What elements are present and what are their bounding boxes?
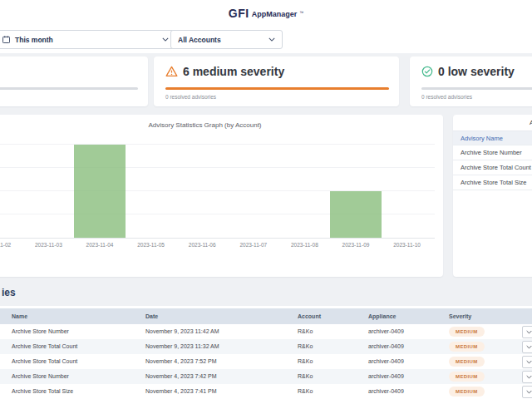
severity-badge: MEDIUM xyxy=(449,357,485,367)
cell-appliance: archiver-0409 xyxy=(368,324,404,339)
cell-date: November 9, 2023 11:42 AM xyxy=(145,324,219,339)
column-header-date[interactable]: Date xyxy=(145,308,158,324)
chart-plot xyxy=(0,145,435,239)
x-axis-label: 2023-11-03 xyxy=(23,242,73,248)
advisory-statistics-chart-card: Advisory Statistics Graph (by Account) 2… xyxy=(0,115,443,277)
resolved-advisories-text: 0 resolved advisories xyxy=(421,94,472,100)
cell-appliance: archiver-0409 xyxy=(368,354,404,369)
filter-bar: This month All Accounts xyxy=(0,26,532,53)
x-axis-label: 2023-11-04 xyxy=(75,242,125,248)
low-severity-count: 0 low severity xyxy=(438,65,515,78)
account-dropdown[interactable]: All Accounts xyxy=(170,30,283,49)
x-axis-label: 2023-11-09 xyxy=(331,242,381,248)
advisory-name-panel: A Advisory Name Archive Store NumberArch… xyxy=(453,115,532,277)
row-expand-button[interactable] xyxy=(522,371,532,383)
table-row[interactable]: Archive Store NumberNovember 4, 2023 7:4… xyxy=(0,369,532,385)
medium-severity-count: 6 medium severity xyxy=(183,65,284,78)
severity-card-clipped xyxy=(0,57,148,106)
x-axis-label: 2023-11-07 xyxy=(229,242,278,248)
advisories-table: Name Date Account Appliance Severity Arc… xyxy=(0,306,532,399)
table-row[interactable]: Archive Store Total CountNovember 9, 202… xyxy=(0,339,532,355)
chevron-down-icon xyxy=(268,37,275,42)
column-header-severity[interactable]: Severity xyxy=(449,308,471,324)
cell-appliance: archiver-0409 xyxy=(368,339,404,354)
advisories-table-header: Name Date Account Appliance Severity xyxy=(0,308,532,324)
chevron-down-icon xyxy=(162,37,169,42)
x-axis-label: 2023-11-08 xyxy=(279,242,329,248)
table-row[interactable]: Archive Store Total SizeNovember 4, 2023… xyxy=(0,384,532,399)
chart-bar xyxy=(74,145,126,238)
advisory-name-item[interactable]: Archive Store Total Size xyxy=(453,175,532,190)
chevron-down-icon xyxy=(526,390,532,394)
account-value: All Accounts xyxy=(178,36,221,44)
column-header-name[interactable]: Name xyxy=(12,308,27,324)
severity-badge: MEDIUM xyxy=(449,372,485,382)
row-expand-button[interactable] xyxy=(522,341,532,353)
cell-date: November 4, 2023 7:41 PM xyxy=(145,384,217,399)
severity-accent-line xyxy=(165,87,389,90)
severity-card-low: 0 low severity 0 resolved advisories xyxy=(410,57,532,106)
cell-date: November 4, 2023 7:52 PM xyxy=(145,354,217,369)
warning-triangle-icon xyxy=(165,66,178,77)
cell-appliance: archiver-0409 xyxy=(368,369,404,384)
severity-badge: MEDIUM xyxy=(449,387,485,397)
column-header-appliance[interactable]: Appliance xyxy=(368,308,396,324)
x-axis-label: 2023-11-10 xyxy=(382,242,432,248)
chevron-down-icon xyxy=(526,360,532,364)
cell-appliance: archiver-0409 xyxy=(368,384,404,399)
cell-account: R&Ko xyxy=(298,339,313,354)
cell-account: R&Ko xyxy=(298,384,313,399)
column-header-account[interactable]: Account xyxy=(298,308,321,324)
row-expand-button[interactable] xyxy=(522,356,532,368)
trademark-mark: ™ xyxy=(299,10,303,15)
check-circle-icon xyxy=(421,66,433,77)
x-axis-label: 2023-11-06 xyxy=(177,242,227,248)
app-logo: GFI AppManager ™ xyxy=(229,7,303,20)
cell-date: November 4, 2023 7:42 PM xyxy=(145,369,217,384)
calendar-icon xyxy=(2,36,10,43)
chart-gridline xyxy=(0,144,435,145)
severity-badge: MEDIUM xyxy=(449,342,485,352)
resolved-advisories-text: 0 resolved advisories xyxy=(165,94,216,100)
cell-account: R&Ko xyxy=(298,354,313,369)
chevron-down-icon xyxy=(526,330,532,334)
cell-date: November 9, 2023 11:32 AM xyxy=(145,339,219,354)
app-logo-text: AppManager xyxy=(252,10,298,18)
severity-card-medium: 6 medium severity 0 resolved advisories xyxy=(154,57,399,106)
cell-name: Archive Store Number xyxy=(12,369,69,384)
app-header: GFI AppManager ™ xyxy=(0,0,532,27)
row-expand-button[interactable] xyxy=(522,386,532,398)
chevron-down-icon xyxy=(526,345,532,349)
advisory-name-item[interactable]: Archive Store Total Count xyxy=(453,160,532,175)
chart-bar xyxy=(330,191,382,238)
cell-name: Archive Store Number xyxy=(12,324,69,339)
severity-badge: MEDIUM xyxy=(449,327,485,337)
chevron-down-icon xyxy=(526,375,532,379)
cell-name: Archive Store Total Size xyxy=(12,384,73,399)
cell-name: Archive Store Total Count xyxy=(12,339,77,354)
gfi-logo: GFI xyxy=(229,7,249,20)
severity-accent-line xyxy=(0,87,138,90)
x-axis-label: 2023-11-02 xyxy=(0,242,22,248)
date-range-dropdown[interactable]: This month xyxy=(0,30,176,49)
chart-gridline xyxy=(0,167,435,168)
advisory-name-item[interactable]: Archive Store Number xyxy=(453,145,532,160)
chart-title: Advisory Statistics Graph (by Account) xyxy=(0,121,443,129)
cell-account: R&Ko xyxy=(298,324,313,339)
cell-name: Archive Store Total Count xyxy=(12,354,77,369)
table-row[interactable]: Archive Store NumberNovember 9, 2023 11:… xyxy=(0,324,532,340)
cell-account: R&Ko xyxy=(298,369,313,384)
advisories-heading-clipped: ies xyxy=(2,287,16,298)
date-range-value: This month xyxy=(15,36,53,44)
row-expand-button[interactable] xyxy=(522,326,532,338)
advisory-name-list-header[interactable]: Advisory Name xyxy=(453,131,532,145)
severity-accent-line xyxy=(421,87,532,90)
x-axis-label: 2023-11-05 xyxy=(126,242,176,248)
table-row[interactable]: Archive Store Total CountNovember 4, 202… xyxy=(0,354,532,370)
